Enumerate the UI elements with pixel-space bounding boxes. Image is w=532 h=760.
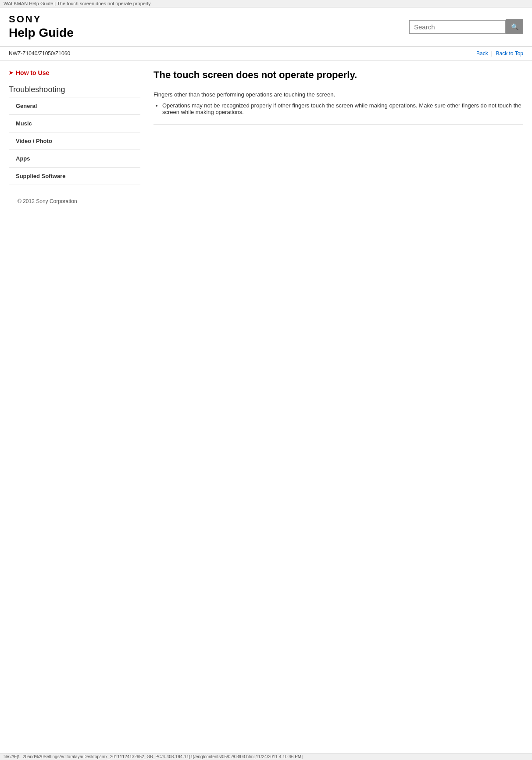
sidebar-item-music[interactable]: Music [9,115,140,132]
main-container: ➤ How to Use Troubleshooting General Mus… [0,61,532,213]
header-logo-area: SONY Help Guide [9,14,74,40]
device-model: NWZ-Z1040/Z1050/Z1060 [9,50,70,57]
how-to-use-label: How to Use [16,69,49,76]
back-link[interactable]: Back [476,50,488,57]
sidebar: ➤ How to Use Troubleshooting General Mus… [9,69,140,204]
article-intro: Fingers other than those performing oper… [154,91,523,98]
browser-title-text: WALKMAN Help Guide | The touch screen do… [4,1,152,6]
sidebar-item-general[interactable]: General [9,97,140,115]
content-divider [154,124,523,125]
sidebar-nav: General Music Video / Photo Apps Supplie… [9,97,140,185]
back-to-top-link[interactable]: Back to Top [496,50,523,57]
chevron-right-icon: ➤ [9,70,13,76]
header-search-area: 🔍 [409,19,523,34]
help-guide-title: Help Guide [9,26,74,40]
nav-separator: | [491,50,493,57]
sidebar-item-supplied-software[interactable]: Supplied Software [9,168,140,185]
article-title: The touch screen does not operate proper… [154,69,523,82]
search-button[interactable]: 🔍 [506,19,523,34]
header: SONY Help Guide 🔍 [0,7,532,47]
article-content: The touch screen does not operate proper… [149,69,523,204]
browser-title-bar: WALKMAN Help Guide | The touch screen do… [0,0,532,7]
sidebar-item-video-photo[interactable]: Video / Photo [9,132,140,150]
list-item: Operations may not be recognized properl… [162,102,523,115]
nav-links: Back | Back to Top [476,50,523,57]
article-list: Operations may not be recognized properl… [162,102,523,115]
sidebar-item-apps[interactable]: Apps [9,150,140,168]
sub-header: NWZ-Z1040/Z1050/Z1060 Back | Back to Top [0,47,532,61]
how-to-use-link[interactable]: ➤ How to Use [9,69,140,76]
search-box: 🔍 [409,19,523,34]
troubleshooting-heading: Troubleshooting [9,85,140,97]
footer: © 2012 Sony Corporation [9,198,140,204]
search-icon: 🔍 [511,23,518,30]
sony-logo: SONY [9,14,74,25]
copyright-text: © 2012 Sony Corporation [18,198,132,204]
search-input[interactable] [409,20,506,34]
